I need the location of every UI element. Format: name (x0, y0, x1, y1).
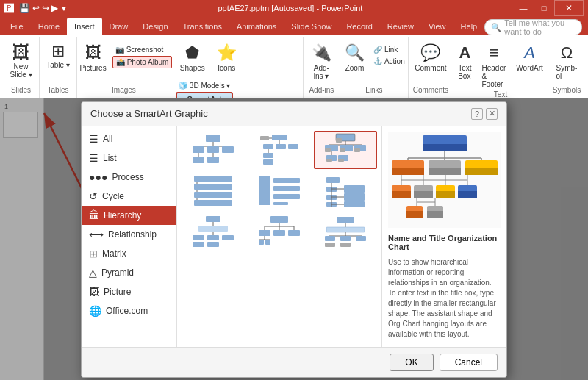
grid-item-9[interactable] (314, 213, 377, 251)
screenshot-icon: 📷 (115, 46, 124, 54)
grid-item-4[interactable] (182, 172, 245, 210)
svg-rect-23 (336, 138, 342, 143)
svg-rect-47 (273, 194, 300, 199)
tell-me-input[interactable]: 🔍 Tell me what you want to do (484, 19, 582, 35)
undo-icon[interactable]: ↩ (32, 3, 40, 13)
minimize-btn[interactable]: — (513, 0, 534, 16)
category-list[interactable]: ☰ List (82, 148, 176, 168)
ribbon-group-tables: ⊞ Table ▾ Tables (40, 37, 77, 98)
photo-album-icon: 📸 (116, 58, 125, 66)
svg-rect-10 (193, 157, 204, 163)
grid-item-3[interactable] (314, 131, 377, 169)
svg-rect-44 (259, 176, 270, 205)
slides-group-label: Slides (11, 86, 31, 96)
tab-view[interactable]: View (421, 18, 453, 35)
category-all[interactable]: ☰ All (82, 129, 176, 148)
tab-insert[interactable]: Insert (67, 18, 102, 35)
ribbon-body: 🖼 NewSlide ▾ Slides ⊞ Table ▾ Tables 🖼 P… (0, 35, 588, 98)
svg-rect-7 (222, 146, 234, 153)
header-footer-button[interactable]: ≡ Header& Footer (478, 41, 511, 90)
category-picture[interactable]: 🖼 Picture (82, 282, 176, 301)
textbox-button[interactable]: A TextBox (453, 41, 476, 82)
redo-icon[interactable]: ↪ (42, 3, 49, 13)
category-matrix[interactable]: ⊞ Matrix (82, 244, 176, 263)
tab-animations[interactable]: Animations (229, 18, 284, 35)
grid-item-2[interactable] (248, 131, 311, 169)
cycle-icon: ↺ (89, 190, 98, 202)
link-button[interactable]: 🔗 Link (370, 44, 408, 55)
tab-draw[interactable]: Draw (102, 18, 136, 35)
svg-rect-38 (194, 184, 232, 190)
photo-album-button[interactable]: 📸 Name and Title Organization Chart Phot… (112, 56, 173, 68)
ribbon-group-images: 🖼 Pictures 📷 Screenshot 📸 Name and Title… (77, 37, 171, 98)
main-area: 1 Choose a SmartArt Graphic ? ✕ (0, 98, 588, 380)
shapes-button[interactable]: ⬟ Shapes (176, 41, 209, 74)
grid-item-5[interactable] (248, 172, 311, 210)
icons-icon: ⭐ (217, 43, 237, 62)
svg-rect-69 (270, 216, 288, 223)
images-group-label: Images (112, 86, 136, 96)
preview-panel: Name and Title Organization Chart Use to… (381, 126, 506, 347)
svg-rect-90 (325, 243, 335, 247)
svg-rect-21 (263, 159, 273, 165)
save-icon[interactable]: 💾 (19, 3, 30, 13)
dialog-footer: OK Cancel (82, 347, 506, 377)
pictures-button[interactable]: 🖼 Pictures (76, 41, 111, 74)
comment-icon: 💬 (420, 43, 440, 62)
cancel-button[interactable]: Cancel (440, 354, 498, 371)
dialog-help-button[interactable]: ? (471, 108, 483, 120)
tab-design[interactable]: Design (135, 18, 175, 35)
dialog-title: Choose a SmartArt Graphic (90, 108, 208, 119)
addins-button[interactable]: 🔌 Add-ins ▾ (307, 41, 336, 82)
svg-rect-108 (414, 191, 433, 198)
icons-button[interactable]: ⭐ Icons (212, 41, 241, 74)
action-icon: ⚓ (373, 57, 382, 65)
grid-item-1[interactable] (182, 131, 245, 169)
tab-home[interactable]: Home (31, 18, 67, 35)
action-button[interactable]: ⚓ Action (370, 56, 408, 67)
svg-rect-11 (207, 157, 219, 163)
tab-review[interactable]: Review (380, 18, 421, 35)
tab-transitions[interactable]: Transitions (176, 18, 229, 35)
ok-button[interactable]: OK (390, 354, 433, 371)
hierarchy-thumb-3 (323, 133, 368, 166)
table-button[interactable]: ⊞ Table ▾ (42, 41, 74, 71)
relationship-icon: ⟷ (89, 229, 104, 240)
grid-item-8[interactable] (248, 213, 311, 251)
svg-rect-60 (206, 216, 220, 222)
close-btn[interactable]: ✕ (554, 0, 584, 16)
category-officecom[interactable]: 🌐 Office.com (82, 301, 176, 320)
wordart-button[interactable]: A WordArt (512, 41, 548, 74)
tab-slideshow[interactable]: Slide Show (284, 18, 339, 35)
grid-item-6[interactable] (314, 172, 377, 210)
screenshot-button[interactable]: 📷 Screenshot (112, 44, 173, 55)
officecom-icon: 🌐 (89, 305, 101, 317)
category-hierarchy[interactable]: 🏛 Hierarchy (82, 206, 176, 225)
category-cycle[interactable]: ↺ Cycle (82, 187, 176, 206)
file-title: pptAE27.pptm [Autosaved] - PowerPoint (68, 4, 513, 12)
svg-rect-37 (194, 176, 232, 182)
maximize-btn[interactable]: □ (534, 0, 554, 16)
zoom-button[interactable]: 🔍 Zoom (340, 41, 369, 74)
grid-panel (177, 126, 381, 347)
hierarchy-icon: 🏛 (89, 209, 99, 221)
category-process[interactable]: ●●● Process (82, 168, 176, 187)
svg-rect-88 (340, 236, 351, 241)
present-icon[interactable]: ▶ (51, 3, 58, 13)
symbol-icon: Ω (561, 43, 573, 62)
grid-item-7[interactable] (182, 213, 245, 251)
category-pyramid[interactable]: △ Pyramid (82, 263, 176, 282)
new-slide-button[interactable]: 🖼 NewSlide ▾ (6, 41, 37, 81)
dialog-close-button[interactable]: ✕ (486, 108, 498, 120)
dropdown-icon[interactable]: ▼ (60, 4, 68, 12)
svg-rect-34 (326, 159, 332, 162)
symbol-button[interactable]: Ω Symb-ol (552, 41, 582, 82)
tab-help[interactable]: Help (453, 18, 485, 35)
3d-models-button[interactable]: 🧊 3D Models ▾ (176, 80, 234, 91)
ribbon-group-comments: 💬 Comment Comments (409, 37, 453, 98)
tab-record[interactable]: Record (339, 18, 379, 35)
comment-button[interactable]: 💬 Comment (410, 41, 451, 74)
wordart-icon: A (524, 43, 535, 62)
tab-file[interactable]: File (3, 18, 31, 35)
category-relationship[interactable]: ⟷ Relationship (82, 225, 176, 244)
